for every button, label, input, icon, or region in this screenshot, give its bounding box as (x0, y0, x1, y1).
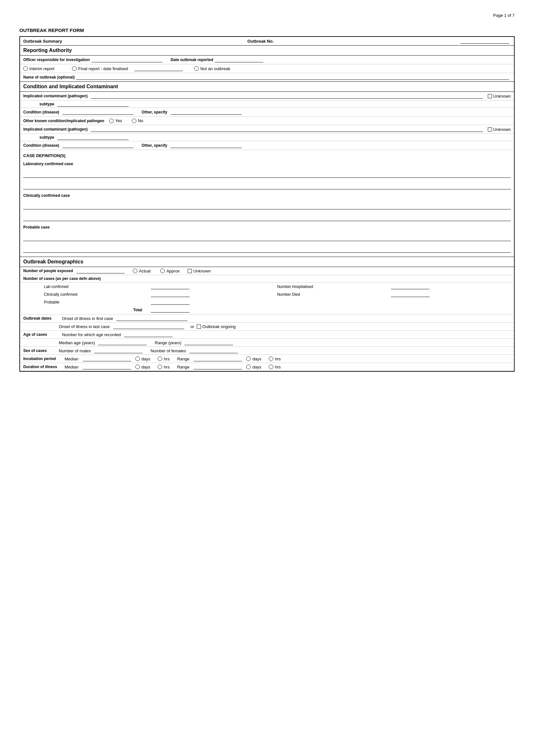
implicated1-field[interactable] (91, 94, 483, 98)
duration-range-days-option[interactable]: days (246, 364, 261, 369)
incubation-range-field[interactable] (193, 356, 242, 361)
duration-range-hrs-radio[interactable] (269, 364, 273, 369)
onset-first-field[interactable] (116, 316, 187, 321)
case-def-title-row: CASE DEFINITION(S) (20, 150, 514, 160)
yes-radio[interactable] (109, 119, 114, 123)
cases-label: Number of cases (as per case defn above) (23, 276, 101, 281)
incubation-range-hrs-radio[interactable] (269, 357, 273, 361)
implicated1-label: Implicated contaminant (pathogen) (23, 94, 88, 98)
subtype2-row: subtype (20, 134, 514, 141)
onset-last-label: Onset of illness in last case (59, 324, 110, 329)
duration-hrs-radio[interactable] (158, 364, 162, 369)
not-outbreak-option[interactable]: Not an outbreak (194, 66, 230, 71)
probable-case-line2[interactable] (23, 247, 511, 253)
subtype1-row: subtype (20, 100, 514, 108)
outbreak-report-form: Outbreak Summary Outbreak No. Reporting … (19, 36, 515, 372)
duration-range-days-label: days (252, 364, 261, 369)
other-specify2-field[interactable] (170, 143, 242, 148)
duration-range-days-radio[interactable] (246, 364, 251, 369)
lab-confirmed-line2[interactable] (23, 184, 511, 189)
duration-days-radio[interactable] (135, 364, 140, 369)
approx-radio[interactable] (160, 269, 165, 273)
other-specify1-field[interactable] (170, 110, 242, 115)
approx-option[interactable]: Approx (160, 269, 180, 273)
median-age-row: Median age (years) Range (years) (20, 339, 514, 347)
no-radio[interactable] (132, 119, 136, 123)
name-outbreak-row: Name of outbreak (optional) (20, 73, 514, 82)
num-females-field[interactable] (189, 348, 238, 353)
name-outbreak-field[interactable] (76, 75, 509, 80)
num-died-field[interactable] (391, 292, 430, 297)
cases-subtable: Lab confirmed Number Hospitalised Clinic… (20, 283, 514, 314)
incubation-hrs-label: hrs (164, 357, 169, 361)
duration-hrs-option[interactable]: hrs (158, 364, 169, 369)
probable-case-line1[interactable] (23, 235, 511, 241)
lab-confirmed-line1[interactable] (23, 172, 511, 178)
duration-range-field[interactable] (193, 364, 242, 369)
outbreak-no-field[interactable] (461, 39, 509, 44)
outbreak-summary-label: Outbreak Summary (23, 39, 62, 44)
probable-count[interactable] (151, 300, 190, 305)
lab-confirmed-cases-row: Lab confirmed Number Hospitalised (21, 283, 513, 290)
onset-last-field[interactable] (113, 324, 184, 329)
clinically-confirmed-section: Clinically confirmed case (20, 191, 514, 223)
incubation-range-hrs-option[interactable]: hrs (269, 357, 281, 361)
clinically-confirmed-line2[interactable] (23, 215, 511, 221)
implicated1-row: Implicated contaminant (pathogen) Unknow… (20, 92, 514, 100)
outbreak-ongoing-checkbox[interactable] (197, 325, 201, 329)
num-hospitalised-field[interactable] (391, 284, 430, 289)
unknown2-checkbox[interactable] (488, 127, 492, 132)
duration-range-hrs-option[interactable]: hrs (269, 364, 281, 369)
range-years-field[interactable] (185, 340, 233, 345)
implicated2-row: Implicated contaminant (pathogen) Unknow… (20, 125, 514, 134)
incubation-days-option[interactable]: days (135, 357, 150, 361)
incubation-range-days-option[interactable]: days (246, 357, 261, 361)
num-males-field[interactable] (94, 348, 142, 353)
clinically-confirmed-line1[interactable] (23, 203, 511, 209)
incubation-range-days-radio[interactable] (246, 357, 251, 361)
final-option[interactable]: Final report - date finalised (72, 66, 128, 71)
incubation-hrs-radio[interactable] (158, 357, 162, 361)
total-count[interactable] (151, 308, 190, 312)
yes-option[interactable]: Yes (109, 118, 122, 123)
interim-radio[interactable] (23, 66, 28, 71)
subtype1-field[interactable] (58, 101, 129, 107)
incubation-hrs-option[interactable]: hrs (158, 357, 169, 361)
subtype1-label: subtype (39, 102, 54, 106)
date-field[interactable] (215, 57, 263, 62)
duration-range-label: Range (177, 364, 189, 369)
final-date-field[interactable] (134, 66, 183, 71)
actual-radio[interactable] (133, 269, 137, 273)
duration-illness-label: Duration of illness (23, 364, 62, 369)
num-age-recorded-label: Number for which age recorded (62, 332, 121, 337)
num-age-recorded-field[interactable] (124, 332, 172, 337)
age-of-cases-label: Age of cases (23, 332, 59, 337)
exposed-field[interactable] (76, 268, 125, 273)
condition-title-row: Condition and Implicated Contaminant (20, 82, 514, 92)
duration-days-option[interactable]: days (135, 364, 150, 369)
clinically-confirmed-cases-row: Clinically confirmed Number Died (21, 291, 513, 298)
demographics-title: Outbreak Demographics (23, 259, 511, 265)
final-radio[interactable] (72, 66, 77, 71)
subtype2-field[interactable] (58, 135, 129, 140)
incubation-days-radio[interactable] (135, 357, 140, 361)
incubation-period-label: Incubation period (23, 357, 62, 361)
interim-option[interactable]: Interim report (23, 66, 54, 71)
incubation-median-field[interactable] (83, 356, 131, 361)
clinically-confirmed-label: Clinically confirmed case (23, 193, 511, 198)
officer-field[interactable] (91, 57, 163, 62)
case-def-title: CASE DEFINITION(S) (23, 153, 65, 158)
actual-option[interactable]: Actual (133, 269, 151, 273)
clinically-confirmed-count[interactable] (151, 292, 190, 297)
condition2-field[interactable] (62, 143, 134, 148)
no-option[interactable]: No (132, 118, 143, 123)
not-outbreak-radio[interactable] (194, 66, 199, 71)
unknown1-checkbox[interactable] (488, 94, 492, 98)
implicated2-field[interactable] (91, 127, 483, 132)
duration-hrs-label: hrs (164, 364, 169, 369)
lab-confirmed-count[interactable] (151, 284, 190, 289)
duration-median-field[interactable] (83, 364, 131, 369)
condition1-field[interactable] (62, 110, 134, 115)
median-age-field[interactable] (98, 340, 147, 345)
unknown-exposed-checkbox[interactable] (188, 269, 192, 273)
